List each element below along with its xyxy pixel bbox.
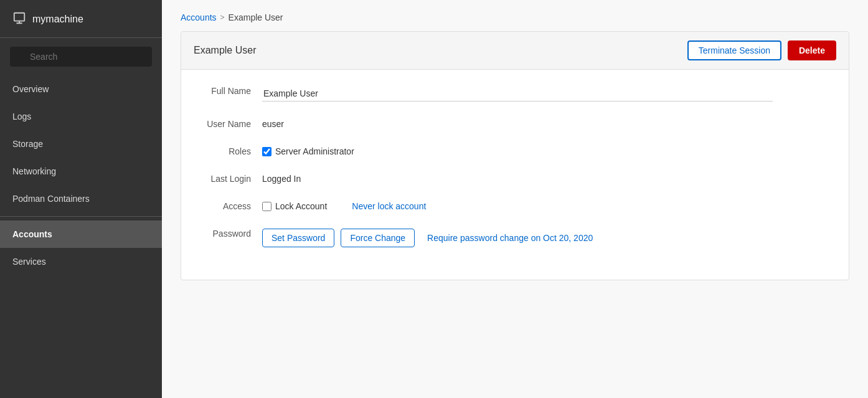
machine-icon [12, 11, 26, 27]
breadcrumb: Accounts > Example User [162, 0, 868, 31]
sidebar-item-networking[interactable]: Networking [0, 158, 162, 185]
access-label: Access [200, 197, 262, 211]
server-admin-label: Server Administrator [275, 146, 354, 156]
sidebar-item-accounts[interactable]: Accounts [0, 220, 162, 248]
sidebar-header: mymachine [0, 0, 162, 38]
full-name-row: Full Name [200, 82, 830, 102]
username-label: User Name [200, 115, 262, 129]
breadcrumb-separator: > [220, 13, 225, 22]
card-body: Full Name User Name euser Roles Server A… [181, 70, 849, 280]
main-content: Accounts > Example User Example User Ter… [162, 0, 868, 398]
terminate-session-button[interactable]: Terminate Session [687, 40, 781, 60]
password-row: Password Set Password Force Change Requi… [200, 225, 830, 247]
sidebar-item-overview[interactable]: Overview [0, 75, 162, 103]
user-card: Example User Terminate Session Delete Fu… [181, 31, 849, 280]
force-change-button[interactable]: Force Change [341, 229, 415, 247]
sidebar-item-storage[interactable]: Storage [0, 130, 162, 158]
roles-label: Roles [200, 143, 262, 156]
lock-account-wrapper: Lock Account [262, 201, 327, 211]
card-title: Example User [194, 45, 256, 56]
last-login-row: Last Login Logged In [200, 170, 830, 184]
access-row: Access Lock Account Never lock account [200, 197, 830, 211]
roles-row: Roles Server Administrator [200, 143, 830, 156]
password-label: Password [200, 225, 262, 239]
search-container: 🔍 [0, 38, 162, 75]
delete-button[interactable]: Delete [788, 40, 836, 60]
lock-account-label: Lock Account [275, 201, 327, 211]
full-name-input[interactable] [262, 86, 773, 102]
username-value: euser [262, 115, 830, 129]
last-login-label: Last Login [200, 170, 262, 184]
sidebar-nav: Overview Logs Storage Networking Podman … [0, 75, 162, 398]
access-options: Lock Account Never lock account [262, 201, 830, 211]
username-row: User Name euser [200, 115, 830, 129]
roles-checkbox-wrapper: Server Administrator [262, 146, 830, 156]
sidebar-item-services[interactable]: Services [0, 248, 162, 275]
svg-rect-0 [14, 13, 25, 21]
breadcrumb-accounts-link[interactable]: Accounts [181, 12, 217, 22]
never-lock-link[interactable]: Never lock account [352, 201, 426, 211]
card-header: Example User Terminate Session Delete [181, 32, 849, 70]
sidebar: mymachine 🔍 Overview Logs Storage Networ… [0, 0, 162, 398]
password-require-info: Require password change on Oct 20, 2020 [427, 233, 593, 243]
lock-account-checkbox[interactable] [262, 202, 271, 211]
password-actions: Set Password Force Change Require passwo… [262, 229, 830, 247]
search-input[interactable] [10, 47, 152, 67]
set-password-button[interactable]: Set Password [262, 229, 334, 247]
full-name-value [262, 82, 830, 102]
card-header-actions: Terminate Session Delete [687, 40, 836, 60]
full-name-label: Full Name [200, 82, 262, 96]
server-admin-checkbox[interactable] [262, 147, 271, 156]
sidebar-divider [0, 216, 162, 217]
breadcrumb-current: Example User [229, 12, 283, 22]
sidebar-item-logs[interactable]: Logs [0, 103, 162, 130]
last-login-value: Logged In [262, 170, 830, 184]
machine-name: mymachine [32, 14, 83, 25]
sidebar-item-podman-containers[interactable]: Podman Containers [0, 185, 162, 212]
